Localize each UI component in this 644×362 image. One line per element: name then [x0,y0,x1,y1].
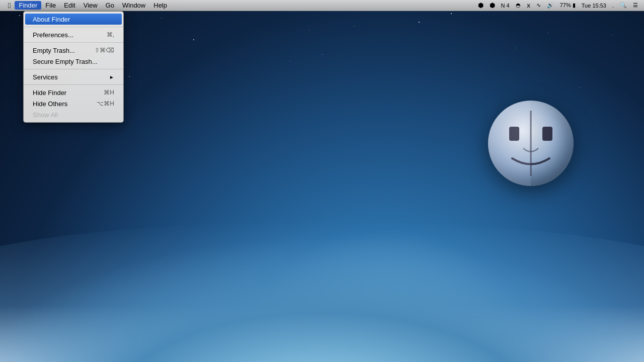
services-item[interactable]: Services ► [24,71,123,82]
go-menu-button[interactable]: Go [102,1,118,10]
datetime-label[interactable]: Tue 15:53 [580,3,608,9]
spacer-dot: . [610,3,616,9]
notifications-icon[interactable]: ☰ [631,2,640,9]
hide-finder-item[interactable]: Hide Finder ⌘H [24,87,123,98]
battery-label[interactable]: 77% ▮ [558,2,578,9]
menu-separator-3 [24,69,123,69]
svg-rect-1 [531,101,574,186]
about-finder-item[interactable]: About Finder [25,14,122,25]
secure-empty-trash-label: Secure Empty Trash... [33,58,98,65]
finder-menu-button[interactable]: Finder [15,1,41,10]
apple-menu-button[interactable]:  [4,1,15,10]
spotlight-icon[interactable]: 🔍 [618,2,629,9]
finder-dock-icon [488,101,574,186]
finder-dropdown-menu: About Finder Preferences... ⌘, Empty Tra… [23,11,124,123]
show-all-label: Show All [33,111,58,119]
services-arrow-icon: ► [109,74,114,80]
sound-icon[interactable]: 🔊 [545,2,556,9]
hide-finder-label: Hide Finder [33,89,66,97]
timemachine-icon[interactable]: ◓ [514,2,523,9]
menu-separator-4 [24,84,123,85]
menubar-icon-2[interactable]: ⬢ [488,2,497,9]
edit-menu-button[interactable]: Edit [60,1,79,10]
show-all-item[interactable]: Show All [24,109,123,120]
svg-rect-4 [542,127,552,141]
hide-finder-shortcut: ⌘H [104,89,114,96]
about-finder-label: About Finder [33,16,70,23]
menu-separator-2 [24,42,123,43]
preferences-shortcut: ⌘, [107,31,114,38]
file-menu-button[interactable]: File [41,1,60,10]
help-menu-button[interactable]: Help [149,1,171,10]
view-menu-button[interactable]: View [79,1,102,10]
hide-others-shortcut: ⌥⌘H [97,100,114,107]
empty-trash-label: Empty Trash... [33,47,75,54]
empty-trash-item[interactable]: Empty Trash... ⇧⌘⌫ [24,45,123,56]
services-label: Services [33,73,58,81]
wifi-icon[interactable]: ∿ [534,2,543,9]
hide-others-label: Hide Others [33,100,67,108]
menubar-left:  Finder File Edit View Go Window Help [4,1,476,10]
bluetooth-icon[interactable]: ⅹ [525,2,532,9]
hide-others-item[interactable]: Hide Others ⌥⌘H [24,98,123,109]
secure-empty-trash-item[interactable]: Secure Empty Trash... [24,56,123,67]
menu-separator-1 [24,27,123,27]
svg-rect-5 [488,101,531,186]
preferences-item[interactable]: Preferences... ⌘, [24,29,123,40]
menubar:  Finder File Edit View Go Window Help ⬢… [0,0,644,11]
empty-trash-shortcut: ⇧⌘⌫ [95,47,114,54]
window-menu-button[interactable]: Window [118,1,149,10]
dropbox-icon[interactable]: ⬢ [476,2,486,9]
preferences-label: Preferences... [33,31,73,39]
norton-label[interactable]: N 4 [499,3,512,9]
menubar-right: ⬢ ⬢ N 4 ◓ ⅹ ∿ 🔊 77% ▮ Tue 15:53 . 🔍 ☰ [476,2,640,9]
earth-glow [0,236,644,362]
